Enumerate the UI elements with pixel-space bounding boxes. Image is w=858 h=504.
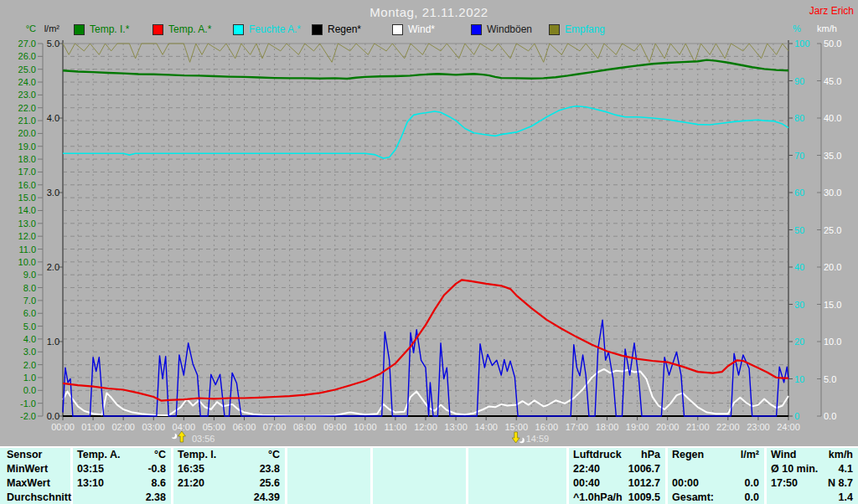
unit-label-kmh: km/h	[817, 23, 837, 33]
tick-temp: 25.0	[18, 64, 36, 75]
cell-value: 4.1	[839, 462, 853, 476]
cell-time: Gesamt:	[672, 491, 714, 504]
tick-hour: 03:00	[142, 422, 165, 432]
table-row	[377, 476, 461, 491]
row-header-label: MaxWert	[7, 476, 50, 491]
cell-value: 1.4	[839, 491, 853, 504]
unit-label-percent: %	[793, 23, 801, 33]
table-column-temp-i-: Temp. I.°C16:3523.821:2025.624.39	[178, 448, 280, 504]
table-row	[292, 476, 365, 491]
tick-temp: 8.0	[23, 283, 36, 293]
cell-value: -0.8	[147, 462, 166, 476]
table-row	[473, 462, 561, 476]
table-row	[292, 462, 365, 476]
tick-rain: 1.0	[47, 337, 59, 347]
tick-hour: 09:00	[323, 422, 347, 432]
tick-temp: 0.0	[23, 385, 36, 395]
table-column-divider	[566, 448, 569, 504]
column-name: Regen	[672, 448, 704, 462]
table-row: ^1.0hPa/h1009.5	[573, 491, 660, 504]
tick-temp: -1.0	[20, 399, 36, 409]
tick-hour: 23:00	[747, 422, 770, 432]
tick-hour: 07:00	[263, 422, 287, 432]
tick-temp: 2.0	[23, 360, 36, 370]
moonset-marker: 14:59	[512, 432, 549, 444]
unit-label-celsius: °C	[26, 23, 36, 33]
row-header-label: MinWert	[7, 462, 48, 476]
tick-temp: 11.0	[18, 244, 36, 255]
tick-kmh: 50.0	[824, 39, 841, 49]
tick-hour: 05:00	[203, 422, 226, 432]
cell-value: 2.38	[146, 491, 166, 504]
table-column-empty-3	[377, 448, 461, 504]
tick-kmh: 20.0	[824, 262, 841, 272]
table-row: Gesamt:0.0	[672, 491, 759, 504]
tick-hour: 12:00	[414, 422, 437, 432]
cell-value: 1012.7	[628, 476, 660, 491]
cell-time: 13:10	[77, 476, 104, 491]
tick-hour: 01:00	[81, 422, 105, 432]
tick-pct: 40	[794, 262, 804, 272]
tick-temp: 13.0	[18, 219, 36, 229]
table-column-empty-2	[292, 448, 365, 504]
cell-time: 22:40	[573, 462, 600, 476]
cell-value: N 8.7	[828, 476, 853, 491]
column-unit: °C	[154, 448, 166, 462]
table-column-divider	[665, 448, 668, 504]
tick-temp: 1.0	[23, 373, 36, 383]
tick-hour: 20:00	[656, 422, 680, 432]
tick-hour: 16:00	[535, 422, 559, 432]
column-name: Wind	[771, 448, 796, 462]
tick-hour: 04:00	[173, 422, 196, 432]
cell-time: 21:20	[178, 476, 204, 491]
table-row	[377, 491, 461, 504]
tick-pct: 10	[794, 374, 804, 384]
tick-temp: 12.0	[18, 231, 36, 241]
cell-value: 1006.7	[628, 462, 660, 476]
weather-chart-window: Montag, 21.11.2022 Jarz Erich Temp. I.*T…	[0, 0, 858, 504]
cell-time: ^1.0hPa/h	[573, 491, 623, 504]
table-row: Ø 10 min.4.1	[771, 462, 853, 476]
cell-time: 03:15	[77, 462, 104, 476]
tick-hour: 00:00	[51, 422, 75, 432]
tick-rain: 2.0	[47, 262, 59, 272]
tick-hour: 02:00	[111, 422, 135, 432]
table-row: 21:2025.6	[178, 476, 280, 491]
table-column-divider	[171, 448, 173, 504]
table-row	[292, 491, 365, 504]
cell-value: 24.39	[254, 491, 280, 504]
tick-hour: 19:00	[626, 422, 649, 432]
table-row: 22:401006.7	[573, 462, 660, 476]
marker-time-label: 14:59	[526, 434, 550, 444]
cell-time: 00:40	[573, 476, 600, 491]
tick-pct: 60	[794, 188, 804, 198]
tick-kmh: 15.0	[824, 300, 841, 310]
chart-svg: °Cl/m²%km/h27.026.025.024.023.022.021.02…	[0, 0, 858, 504]
table-row	[672, 462, 759, 476]
column-name: Temp. A.	[77, 448, 120, 462]
summary-table: SensorMinWertMaxWertDurchschnittTemp. A.…	[0, 446, 858, 504]
tick-kmh: 5.0	[824, 374, 836, 384]
table-row: 1.4	[771, 491, 853, 504]
tick-temp: 16.0	[18, 180, 36, 190]
column-name: Luftdruck	[573, 448, 622, 462]
tick-temp: 10.0	[18, 257, 36, 267]
tick-pct: 50	[794, 225, 804, 235]
tick-hour: 11:00	[385, 422, 407, 432]
tick-hour: 08:00	[293, 422, 317, 432]
arrow-up-icon	[178, 431, 185, 442]
table-row: 03:15-0.8	[77, 462, 166, 476]
tick-hour: 18:00	[596, 422, 619, 432]
column-name: Temp. I.	[178, 448, 216, 462]
cell-time: 00:00	[672, 476, 699, 491]
cell-time: 16:35	[178, 462, 204, 476]
table-column-divider	[285, 448, 287, 504]
tick-hour: 13:00	[444, 422, 468, 432]
tick-kmh: 40.0	[824, 113, 841, 123]
tick-hour: 21:00	[686, 422, 710, 432]
tick-temp: 27.0	[18, 39, 36, 49]
table-row: 13:108.6	[77, 476, 166, 491]
tick-rain: 3.0	[47, 188, 59, 198]
cell-value: 23.8	[260, 462, 280, 476]
marker-time-label: 03:56	[192, 434, 215, 444]
